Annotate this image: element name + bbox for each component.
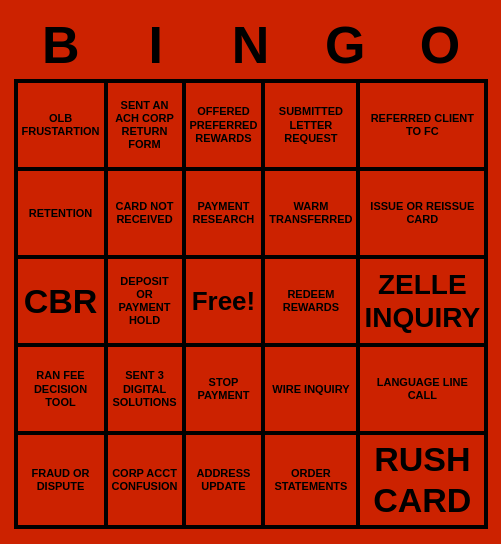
letter-b: B xyxy=(16,15,106,75)
bingo-cell[interactable]: RETENTION xyxy=(16,169,106,257)
bingo-cell[interactable]: STOP PAYMENT xyxy=(184,345,264,433)
bingo-cell[interactable]: CBR xyxy=(16,257,106,345)
bingo-cell[interactable]: WARM TRANSFERRED xyxy=(263,169,358,257)
letter-o: O xyxy=(395,15,485,75)
bingo-cell[interactable]: PAYMENT RESEARCH xyxy=(184,169,264,257)
bingo-cell[interactable]: REFERRED CLIENT TO FC xyxy=(358,81,486,169)
bingo-cell[interactable]: ORDER STATEMENTS xyxy=(263,433,358,527)
bingo-cell[interactable]: ISSUE OR REISSUE CARD xyxy=(358,169,486,257)
bingo-cell[interactable]: CARD NOT RECEIVED xyxy=(106,169,184,257)
bingo-cell[interactable]: WIRE INQUIRY xyxy=(263,345,358,433)
letter-g: G xyxy=(300,15,390,75)
letter-i: I xyxy=(111,15,201,75)
bingo-cell[interactable]: DEPOSIT OR PAYMENT HOLD xyxy=(106,257,184,345)
bingo-cell[interactable]: OFFERED PREFERRED REWARDS xyxy=(184,81,264,169)
bingo-cell[interactable]: SENT AN ACH CORP RETURN FORM xyxy=(106,81,184,169)
bingo-title: B I N G O xyxy=(14,15,488,75)
letter-n: N xyxy=(205,15,295,75)
bingo-cell[interactable]: OLB FRUSTARTION xyxy=(16,81,106,169)
bingo-cell[interactable]: RAN FEE DECISION TOOL xyxy=(16,345,106,433)
bingo-card: B I N G O OLB FRUSTARTIONSENT AN ACH COR… xyxy=(6,7,496,537)
bingo-cell[interactable]: CORP ACCT CONFUSION xyxy=(106,433,184,527)
bingo-cell[interactable]: ADDRESS UPDATE xyxy=(184,433,264,527)
bingo-cell[interactable]: FRAUD OR DISPUTE xyxy=(16,433,106,527)
bingo-cell[interactable]: LANGUAGE LINE CALL xyxy=(358,345,486,433)
bingo-grid: OLB FRUSTARTIONSENT AN ACH CORP RETURN F… xyxy=(14,79,488,529)
bingo-cell[interactable]: Free! xyxy=(184,257,264,345)
bingo-cell[interactable]: REDEEM REWARDS xyxy=(263,257,358,345)
bingo-cell[interactable]: ZELLE INQUIRY xyxy=(358,257,486,345)
bingo-cell[interactable]: SENT 3 DIGITAL SOLUTIONS xyxy=(106,345,184,433)
bingo-cell[interactable]: SUBMITTED LETTER REQUEST xyxy=(263,81,358,169)
bingo-cell[interactable]: RUSH CARD xyxy=(358,433,486,527)
